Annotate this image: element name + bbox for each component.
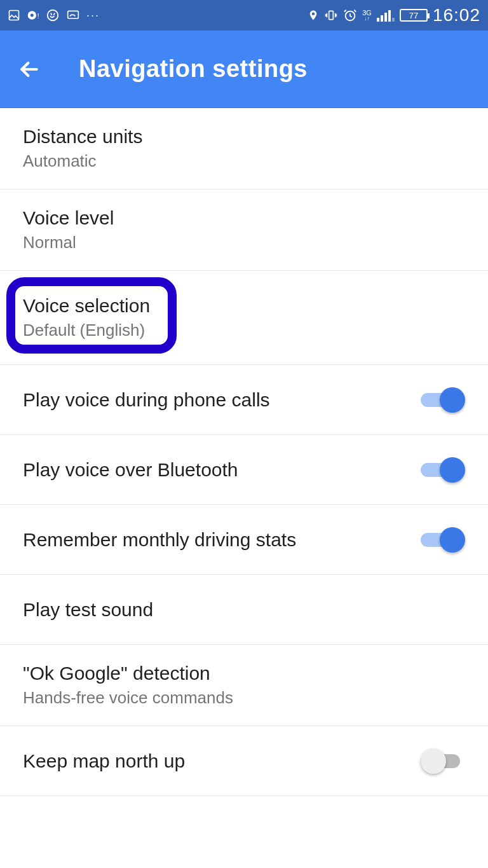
data-arrows-icon: ↓↑: [364, 16, 370, 22]
disc-alert-icon: !: [27, 9, 39, 22]
setting-title: Distance units: [23, 126, 142, 148]
setting-title: Voice selection: [23, 295, 150, 317]
setting-value: Default (English): [23, 320, 150, 340]
settings-list: Distance units Automatic Voice level Nor…: [0, 108, 488, 796]
setting-value: Automatic: [23, 151, 142, 171]
setting-title: Voice level: [23, 207, 114, 229]
svg-rect-0: [10, 11, 19, 20]
toggle-play-voice-calls[interactable]: [421, 389, 465, 411]
toggle-keep-north-up[interactable]: [421, 750, 465, 773]
status-clock: 16:02: [433, 5, 480, 25]
setting-keep-north-up[interactable]: Keep map north up: [0, 726, 488, 796]
toggle-play-voice-bluetooth[interactable]: [421, 458, 465, 481]
svg-rect-6: [329, 11, 334, 19]
cast-icon: [66, 9, 80, 22]
svg-point-4: [48, 10, 58, 21]
network-type: 3G: [362, 10, 372, 16]
setting-title: Keep map north up: [23, 750, 185, 772]
status-right: 3G ↓↑ 77 16:02: [308, 5, 480, 25]
setting-value: Hands-free voice commands: [23, 688, 233, 708]
signal-icon: [377, 9, 395, 22]
setting-title: "Ok Google" detection: [23, 663, 233, 684]
app-bar: Navigation settings: [0, 31, 488, 108]
setting-play-voice-bluetooth[interactable]: Play voice over Bluetooth: [0, 435, 488, 505]
setting-title: Play test sound: [23, 599, 153, 621]
battery-icon: 77: [400, 9, 428, 22]
page-title: Navigation settings: [79, 55, 308, 83]
setting-remember-stats[interactable]: Remember monthly driving stats: [0, 505, 488, 575]
back-arrow-icon: [17, 57, 42, 82]
setting-voice-selection[interactable]: Voice selection Default (English): [0, 271, 488, 365]
back-button[interactable]: [15, 55, 43, 83]
toggle-remember-stats[interactable]: [421, 528, 465, 551]
setting-title: Remember monthly driving stats: [23, 529, 296, 551]
status-bar: ! ··· 3G ↓↑ 77 16:02: [0, 0, 488, 31]
vibrate-icon: [324, 9, 338, 22]
location-icon: [308, 8, 319, 22]
svg-point-2: [30, 14, 34, 17]
svg-text:!: !: [37, 13, 39, 20]
status-left: ! ···: [8, 8, 100, 22]
setting-ok-google[interactable]: "Ok Google" detection Hands-free voice c…: [0, 645, 488, 726]
setting-title: Play voice over Bluetooth: [23, 459, 238, 481]
gallery-icon: [8, 9, 20, 22]
more-notifications-icon: ···: [86, 9, 100, 22]
alarm-icon: [343, 8, 357, 22]
setting-voice-level[interactable]: Voice level Normal: [0, 189, 488, 271]
setting-value: Normal: [23, 233, 114, 252]
battery-level: 77: [409, 11, 418, 20]
setting-play-voice-calls[interactable]: Play voice during phone calls: [0, 365, 488, 435]
setting-title: Play voice during phone calls: [23, 389, 270, 411]
setting-play-test-sound[interactable]: Play test sound: [0, 575, 488, 645]
setting-distance-units[interactable]: Distance units Automatic: [0, 108, 488, 189]
whatsapp-icon: [46, 8, 60, 22]
